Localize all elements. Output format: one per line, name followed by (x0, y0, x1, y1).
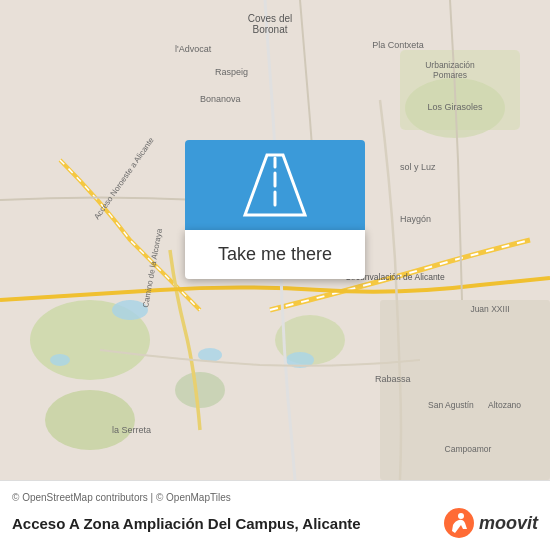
road-icon-box (185, 140, 365, 230)
svg-text:Coves del: Coves del (248, 13, 292, 24)
destination-text: Acceso A Zona Ampliación Del Campus, Ali… (12, 515, 361, 532)
svg-text:Raspeig: Raspeig (215, 67, 248, 77)
svg-text:San Agustín: San Agustín (428, 400, 474, 410)
svg-text:Rabassa: Rabassa (375, 374, 411, 384)
svg-text:Haygón: Haygón (400, 214, 431, 224)
svg-text:sol y Luz: sol y Luz (400, 162, 436, 172)
bottom-bar: © OpenStreetMap contributors | © OpenMap… (0, 480, 550, 550)
cta-button-container[interactable]: Take me there (185, 140, 365, 279)
destination-row: Acceso A Zona Ampliación Del Campus, Ali… (12, 507, 538, 539)
svg-text:Pla Contxeta: Pla Contxeta (372, 40, 424, 50)
attribution-text: © OpenStreetMap contributors | © OpenMap… (12, 492, 538, 503)
svg-text:l'Advocat: l'Advocat (175, 44, 212, 54)
svg-point-10 (50, 354, 70, 366)
svg-point-4 (45, 390, 135, 450)
svg-text:Campoamor: Campoamor (445, 444, 492, 454)
moovit-logo: moovit (443, 507, 538, 539)
svg-text:Los Girasoles: Los Girasoles (427, 102, 483, 112)
svg-text:Boronat: Boronat (252, 24, 287, 35)
take-me-there-button[interactable]: Take me there (185, 230, 365, 279)
svg-text:Pomares: Pomares (433, 70, 467, 80)
svg-text:Juan XXIII: Juan XXIII (470, 304, 509, 314)
road-icon (235, 150, 315, 220)
svg-text:Altozano: Altozano (488, 400, 521, 410)
svg-text:Urbanización: Urbanización (425, 60, 475, 70)
svg-point-3 (175, 372, 225, 408)
svg-text:Bonanova: Bonanova (200, 94, 241, 104)
svg-point-36 (458, 513, 464, 519)
moovit-icon (443, 507, 475, 539)
map-container: Coves del Boronat Pla Contxeta l'Advocat… (0, 0, 550, 480)
svg-text:la Serreta: la Serreta (112, 425, 151, 435)
moovit-text-label: moovit (479, 513, 538, 534)
